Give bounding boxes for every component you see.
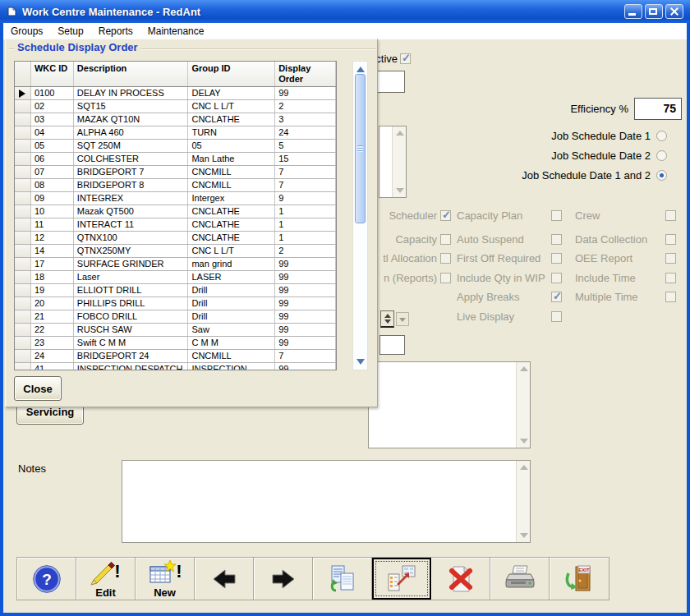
notes-textarea[interactable] <box>122 460 531 543</box>
table-row[interactable]: 41INSPECTION DESPATCHINSPECTION99 <box>15 363 336 370</box>
edit-button[interactable]: ! Edit <box>76 558 136 600</box>
scroll-up-icon[interactable] <box>356 67 365 72</box>
grid-cell[interactable]: 7 <box>275 166 336 178</box>
previous-record-button[interactable] <box>195 558 254 600</box>
grid-cell[interactable]: 06 <box>31 153 74 165</box>
grid-cell[interactable]: 10 <box>31 205 74 218</box>
table-row[interactable]: 18LaserLASER99 <box>15 271 336 284</box>
grid-cell[interactable]: C M M <box>188 337 275 349</box>
grid-cell[interactable]: 0100 <box>31 87 74 99</box>
grid-cell[interactable]: Laser <box>74 271 189 283</box>
grid-cell[interactable]: 1 <box>275 232 336 244</box>
row-selector[interactable] <box>15 310 31 323</box>
row-selector[interactable] <box>15 113 31 126</box>
grid-cell[interactable]: Swift C M M <box>74 337 189 349</box>
grid-cell[interactable]: ELLIOTT DRILL <box>74 284 189 297</box>
table-row[interactable]: 09INTEGREXIntergex9 <box>15 192 336 205</box>
table-row[interactable]: 06COLCHESTERMan Lathe15 <box>15 153 336 166</box>
grid-cell[interactable]: MAZAK QT10N <box>74 113 189 126</box>
table-row[interactable]: 05SQT 250M055 <box>15 140 336 153</box>
option-right-checkbox[interactable] <box>665 210 676 221</box>
grid-cell[interactable]: INSPECTION DESPATCH <box>74 363 189 370</box>
grid-cell[interactable]: PHILLIPS DRILL <box>74 297 189 310</box>
grid-cell[interactable]: 7 <box>275 179 336 191</box>
clipped-listbox[interactable] <box>379 126 407 198</box>
grid-cell[interactable]: Mazak QT500 <box>74 205 189 218</box>
row-selector[interactable] <box>15 126 31 139</box>
grid-cell[interactable]: COLCHESTER <box>74 153 189 165</box>
row-selector[interactable] <box>15 166 31 178</box>
grid-cell[interactable]: CNCMILL <box>188 350 275 362</box>
table-row[interactable]: 03MAZAK QT10NCNCLATHE3 <box>15 113 336 126</box>
grid-cell[interactable]: 12 <box>31 232 74 244</box>
row-selector[interactable] <box>15 100 31 113</box>
grid-cell[interactable]: 5 <box>275 140 336 152</box>
grid-cell[interactable]: 2 <box>275 245 336 257</box>
row-selector[interactable] <box>15 205 31 218</box>
grid-cell[interactable]: CNCLATHE <box>188 205 275 218</box>
grid-cell[interactable]: 41 <box>31 363 74 370</box>
menu-item-setup[interactable]: Setup <box>50 24 90 39</box>
grid-cell[interactable]: BRIDGEPORT 7 <box>74 166 189 178</box>
listbox-scrollbar[interactable] <box>392 126 406 197</box>
servicing-textarea[interactable] <box>368 361 531 448</box>
table-row[interactable]: 10Mazak QT500CNCLATHE1 <box>15 205 336 218</box>
option-mid-checkbox[interactable] <box>551 234 562 245</box>
notes-scrollbar[interactable] <box>516 461 530 542</box>
table-row[interactable]: 12QTNX100CNCLATHE1 <box>15 232 336 245</box>
small-field[interactable] <box>380 335 405 355</box>
table-row[interactable]: 07BRIDGEPORT 7CNCMILL7 <box>15 166 336 179</box>
option-mid-checkbox[interactable] <box>551 273 562 283</box>
grid-cell[interactable]: CNCLATHE <box>188 232 275 244</box>
table-row[interactable]: 21FOBCO DRILLDrill99 <box>15 310 336 324</box>
grid-cell[interactable]: 04 <box>31 126 74 139</box>
close-button[interactable] <box>665 4 683 19</box>
table-row[interactable]: 19ELLIOTT DRILLDrill99 <box>15 284 336 297</box>
grid-cell[interactable]: INTERACT 11 <box>74 218 189 231</box>
minimize-button[interactable] <box>624 4 642 19</box>
grid-cell[interactable]: 17 <box>31 258 74 270</box>
row-selector[interactable] <box>15 337 31 349</box>
table-row[interactable]: 04ALPHA 460TURN24 <box>15 126 336 140</box>
menu-item-maintenance[interactable]: Maintenance <box>140 24 212 39</box>
work-centre-grid[interactable]: WKC IDDescriptionGroup IDDisplay Order 0… <box>14 61 337 370</box>
scrollbar-thumb[interactable] <box>355 74 366 223</box>
option-left-checkbox[interactable] <box>440 273 451 283</box>
grid-cell[interactable]: CNC L L/T <box>188 245 275 257</box>
schedule-display-order-button[interactable] <box>372 558 431 600</box>
grid-cell[interactable]: BRIDGEPORT 24 <box>74 350 189 362</box>
grid-cell[interactable]: 23 <box>31 337 74 349</box>
menu-item-groups[interactable]: Groups <box>3 24 50 39</box>
grid-cell[interactable]: 20 <box>31 297 74 310</box>
grid-cell[interactable]: Intergex <box>188 192 275 205</box>
row-selector[interactable] <box>15 297 31 310</box>
grid-cell[interactable]: 99 <box>275 271 336 283</box>
efficiency-input[interactable]: 75 <box>634 98 682 120</box>
option-mid-checkbox[interactable] <box>551 210 562 221</box>
stepper-dropdown-icon[interactable] <box>396 312 409 326</box>
scroll-down-icon[interactable] <box>356 359 365 365</box>
grid-cell[interactable]: 09 <box>31 192 74 205</box>
table-row[interactable]: 11INTERACT 11CNCLATHE1 <box>15 218 336 232</box>
row-selector[interactable] <box>15 179 31 191</box>
row-selector[interactable] <box>15 153 31 165</box>
grid-cell[interactable]: 1 <box>275 218 336 231</box>
grid-cell[interactable]: ALPHA 460 <box>74 126 189 139</box>
grid-cell[interactable]: 05 <box>188 140 275 152</box>
job-schedule-date-radio[interactable] <box>656 131 667 141</box>
grid-cell[interactable]: 21 <box>31 310 74 323</box>
grid-scrollbar[interactable] <box>352 61 368 370</box>
grid-cell[interactable]: 18 <box>31 271 74 283</box>
row-selector[interactable] <box>15 140 31 152</box>
table-row[interactable]: 24BRIDGEPORT 24CNCMILL7 <box>15 350 336 363</box>
table-row[interactable]: 14QTNX250MYCNC L L/T2 <box>15 245 336 258</box>
grid-cell[interactable]: Saw <box>188 324 275 336</box>
stepper-up-down-icon[interactable] <box>380 310 394 328</box>
grid-cell[interactable]: 02 <box>31 100 74 113</box>
help-button[interactable]: ? <box>17 558 76 600</box>
option-right-checkbox[interactable] <box>665 234 676 245</box>
grid-cell[interactable]: 05 <box>31 140 74 152</box>
grid-cell[interactable]: RUSCH SAW <box>74 324 189 336</box>
grid-cell[interactable]: 99 <box>275 258 336 270</box>
dialog-close-button[interactable]: Close <box>14 376 62 401</box>
